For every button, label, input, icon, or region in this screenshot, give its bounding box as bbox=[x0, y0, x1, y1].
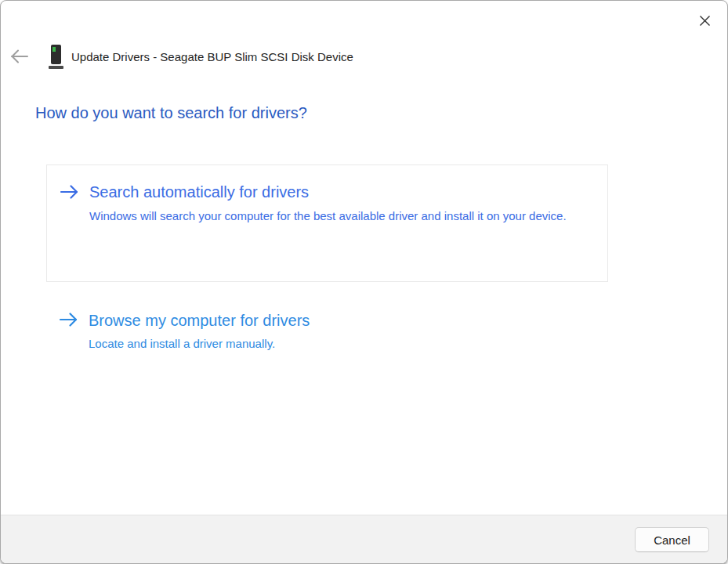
cancel-button[interactable]: Cancel bbox=[635, 527, 709, 552]
right-arrow-icon bbox=[60, 184, 80, 200]
external-drive-icon bbox=[49, 45, 64, 69]
footer-bar: Cancel bbox=[1, 515, 727, 563]
option-search-automatically[interactable]: Search automatically for drivers Windows… bbox=[46, 164, 608, 282]
back-button[interactable] bbox=[9, 47, 31, 67]
option-title: Browse my computer for drivers bbox=[89, 310, 594, 331]
right-arrow-icon bbox=[59, 312, 79, 327]
close-button[interactable] bbox=[693, 10, 716, 34]
update-drivers-wizard-window: Update Drivers - Seagate BUP Slim SCSI D… bbox=[0, 0, 728, 564]
page-heading: How do you want to search for drivers? bbox=[35, 104, 307, 122]
option-description: Locate and install a driver manually. bbox=[89, 335, 584, 352]
wizard-title: Update Drivers - Seagate BUP Slim SCSI D… bbox=[71, 50, 353, 63]
option-browse-computer[interactable]: Browse my computer for drivers Locate an… bbox=[46, 305, 608, 367]
option-description: Windows will search your computer for th… bbox=[89, 208, 585, 225]
back-arrow-icon bbox=[9, 49, 30, 67]
close-icon bbox=[699, 15, 711, 29]
option-title: Search automatically for drivers bbox=[89, 182, 595, 202]
